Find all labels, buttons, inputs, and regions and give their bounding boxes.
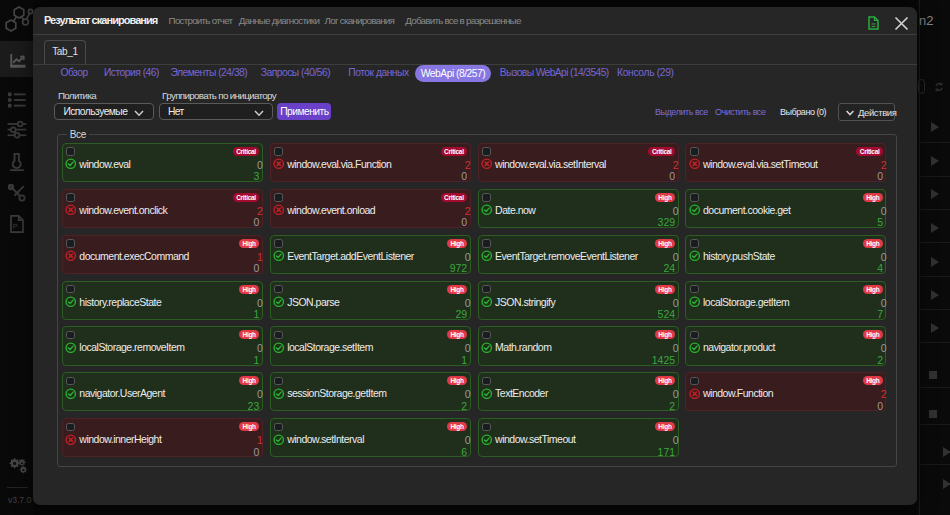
svg-text:P: P xyxy=(12,222,17,231)
